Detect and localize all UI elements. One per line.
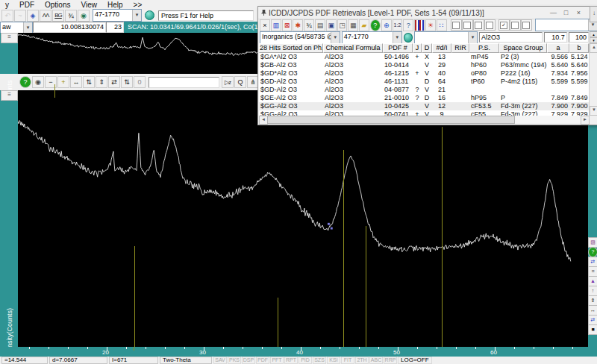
- compress-axes-icon[interactable]: ◈: [27, 10, 39, 22]
- table-row[interactable]: $GG-Al2 O3Al2O350-0741+V9cF55Fd-3m (227)…: [259, 110, 590, 116]
- menu-item-pdf[interactable]: PDF: [14, 1, 40, 9]
- column-header-5[interactable]: D: [422, 43, 432, 53]
- icdd-pdf-combo-dropdown-icon[interactable]: ▾: [393, 32, 401, 43]
- column-header-8[interactable]: P.S.: [469, 43, 499, 53]
- status-indicator-sav[interactable]: SAV: [213, 357, 227, 364]
- icdd-checkbox-group1-1[interactable]: [451, 19, 462, 31]
- cursor-mode-icon[interactable]: ▷z: [222, 76, 234, 88]
- main-strip-grip[interactable]: ≡: [1, 90, 18, 101]
- v-shift-icon[interactable]: ⇅: [121, 76, 133, 88]
- status-indicator-abc[interactable]: ABC: [369, 357, 383, 364]
- icdd-subfile-combo-dropdown-icon[interactable]: ▾: [331, 32, 340, 43]
- icdd-chemistry-combo-dropdown-icon[interactable]: ▾: [468, 32, 477, 43]
- count-field[interactable]: 23: [106, 22, 124, 33]
- intensity-scale-field[interactable]: 100: [569, 32, 589, 43]
- v-zoom-icon[interactable]: ⇕: [588, 295, 597, 306]
- pdf-number-combo-dropdown-icon[interactable]: ▾: [132, 10, 141, 21]
- status-indicator-2th[interactable]: 2TH: [355, 357, 369, 364]
- gem-button[interactable]: [145, 10, 154, 20]
- close-button[interactable]: ×: [573, 8, 584, 18]
- icdd-checkbox-group1-3[interactable]: [473, 19, 484, 31]
- status-indicator-rrp[interactable]: RRP: [384, 357, 397, 364]
- two-theta-window-field[interactable]: 10.7: [544, 32, 567, 43]
- status-indicator-rpt[interactable]: RPT: [284, 357, 298, 364]
- column-header-7[interactable]: RIR: [451, 43, 469, 53]
- icdd-chemistry-combo[interactable]: ▾: [414, 31, 478, 44]
- spinner-up-icon[interactable]: ▴: [590, 31, 597, 37]
- thumbnail-icon[interactable]: ▨: [588, 237, 597, 248]
- help-icon[interactable]: ?: [370, 19, 381, 31]
- help-icon[interactable]: ?: [19, 76, 31, 88]
- help-icon[interactable]: ?: [588, 247, 597, 257]
- icdd-checkbox-group1-2[interactable]: [462, 19, 473, 31]
- main-plot[interactable]: [18, 90, 588, 347]
- icdd-checkbox-group2-2[interactable]: [510, 19, 521, 31]
- icdd-subfile-combo[interactable]: Inorganics (54/58735 @C▾: [260, 31, 340, 44]
- ka2-icon[interactable]: ¾: [304, 19, 314, 31]
- table-row[interactable]: $GD*Al2 O3Al2O346-1215+V40oP80P222 (16)7…: [259, 69, 590, 78]
- query-icon[interactable]: ?: [403, 19, 413, 31]
- vertical-scrollbar[interactable]: ▲ ▼: [589, 43, 597, 116]
- pair-dots-icon[interactable]: ∷: [437, 19, 447, 31]
- plot-filter-input[interactable]: [149, 77, 219, 88]
- two-theta-value-field[interactable]: 10.008130074: [33, 22, 106, 33]
- close-panel-icon[interactable]: ×: [260, 19, 270, 31]
- save-icon[interactable]: ▣: [326, 19, 337, 31]
- minimize-button[interactable]: —: [548, 8, 559, 18]
- pin-icon[interactable]: [258, 9, 269, 17]
- scroll-right-icon[interactable]: ►: [581, 116, 590, 125]
- list-icon[interactable]: ≡: [588, 266, 597, 277]
- status-indicator-pks[interactable]: PKS: [228, 357, 241, 364]
- column-header-1[interactable]: 28 Hits Sorted on Ph...: [259, 43, 323, 53]
- status-indicator-pdf[interactable]: PDF: [256, 357, 269, 364]
- h-expand-icon[interactable]: ↔: [70, 76, 82, 88]
- icdd-checkbox-group1-4[interactable]: [484, 19, 496, 31]
- top-strip-grip[interactable]: ≡: [1, 33, 18, 43]
- table-row[interactable]: $GD-Al2 O3Al2O346-1131D64tP60P-4m2 (115)…: [259, 78, 590, 86]
- scrollbar-thumb[interactable]: [267, 116, 515, 124]
- open-folder-icon[interactable]: ▰: [359, 19, 369, 31]
- status-indicator-szs[interactable]: SZS: [313, 357, 326, 364]
- status-indicator-fit[interactable]: FIT: [341, 357, 354, 364]
- peak-id-icon[interactable]: ΛΛ: [40, 10, 51, 22]
- delete-icon[interactable]: ⊠: [282, 19, 293, 31]
- ka2-strip-icon[interactable]: ¾: [65, 10, 77, 22]
- globe-icon[interactable]: ⊕: [381, 19, 392, 31]
- peaks-icon[interactable]: ▲: [588, 276, 597, 286]
- zoom-in-icon[interactable]: +: [57, 76, 69, 88]
- table-row[interactable]: $GB-Al2 O3Al2O310-0414V29hP60P63/mmc (19…: [259, 61, 590, 69]
- scroll-down-icon[interactable]: ▼: [590, 106, 597, 116]
- log-toggle[interactable]: LOG=OFF: [398, 357, 432, 364]
- back-icon[interactable]: ↶: [1, 10, 13, 22]
- icdd-checkbox-group2-1[interactable]: ✓: [498, 19, 510, 31]
- formula-field[interactable]: Al2O3: [479, 32, 543, 43]
- column-header-4[interactable]: J: [413, 43, 422, 53]
- spinner-control[interactable]: ▴▾: [590, 31, 597, 43]
- icdd-gem-button[interactable]: [404, 33, 413, 43]
- copy-icon[interactable]: ◳: [337, 19, 348, 31]
- zoom-mode-icon[interactable]: Q: [234, 76, 246, 88]
- column-header-10[interactable]: a: [547, 43, 569, 53]
- column-header-2[interactable]: Chemical Formula: [323, 43, 383, 53]
- status-indicator-ksi[interactable]: KSI: [327, 357, 340, 364]
- column-header-11[interactable]: b: [569, 43, 589, 53]
- table-row[interactable]: $GG-Al2 O3Al2O310-0425V12cF53.5Fd-3m (22…: [259, 102, 590, 110]
- menu-item-options[interactable]: Options: [40, 1, 75, 9]
- icdd-pdf-combo[interactable]: 47-1770▾: [342, 31, 402, 44]
- view-mode-combo-dropdown-icon[interactable]: ▾: [23, 22, 32, 34]
- spinner-down-icon[interactable]: ▾: [590, 37, 597, 43]
- column-header-9[interactable]: Space Group: [499, 43, 547, 53]
- menu-item-[interactable]: >>: [128, 1, 148, 9]
- v-scale-up-icon[interactable]: ⇅: [83, 76, 95, 88]
- menu-item-y[interactable]: y: [0, 1, 14, 9]
- menu-item-help[interactable]: Help: [102, 1, 128, 9]
- icdd-titlebar[interactable]: ICDD/JCPDS PDF Retrievals [Level-1 PDF, …: [258, 7, 597, 19]
- dock-arrow-button[interactable]: ↓: [590, 6, 597, 22]
- contrast-icon[interactable]: ◉: [32, 76, 44, 88]
- horizontal-scrollbar[interactable]: ◄ ►: [259, 116, 590, 123]
- trace-icon[interactable]: ~: [14, 10, 26, 22]
- scroll-up-icon[interactable]: ▲: [590, 43, 597, 53]
- table-row[interactable]: $GA*Al2 O3Al2O350-1496+X13mP45P2 (3)9.56…: [259, 53, 590, 61]
- sun-icon[interactable]: ☀: [425, 19, 436, 31]
- column-header-3[interactable]: PDF #: [383, 43, 413, 53]
